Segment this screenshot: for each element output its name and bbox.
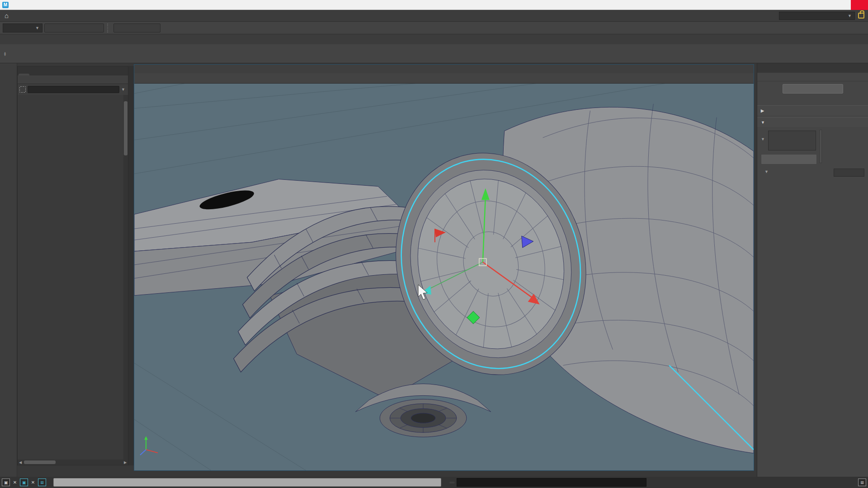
tool-box (0, 63, 17, 477)
collapse-arrow-icon: ▼ (761, 120, 765, 125)
outliner-menu-bar (18, 75, 128, 84)
minimize-button[interactable] (822, 0, 836, 10)
close-icon[interactable]: ✕ (12, 480, 18, 485)
chevron-down-icon[interactable]: ▼ (764, 169, 769, 174)
modeling-toolkit-panel: ▶ ▼ ▼ ▼ (757, 63, 868, 477)
sidebar-tabs (757, 63, 868, 73)
symmetry-field[interactable] (113, 23, 160, 33)
viewport-canvas[interactable] (134, 84, 754, 470)
close-button[interactable] (851, 0, 868, 10)
taskbar-window-icon[interactable]: ▣ (20, 479, 28, 486)
axis-orientation-dropdown[interactable] (768, 131, 816, 150)
grid-icon[interactable]: ⊞ (38, 479, 46, 486)
scroll-left-icon[interactable]: ◀ (18, 460, 23, 465)
section-move-settings[interactable]: ▼ (757, 117, 868, 127)
maximize-button[interactable] (836, 0, 851, 10)
workspace-dropdown[interactable]: ▼ (779, 12, 855, 20)
close-icon[interactable]: ✕ (30, 480, 36, 485)
multi-component-button[interactable] (783, 84, 843, 94)
chevron-down-icon: ▼ (35, 26, 39, 30)
selection-status (757, 97, 868, 103)
taskbar-window-icon[interactable]: ▣ (2, 479, 10, 486)
step-size-field[interactable] (834, 169, 864, 177)
chevron-down-icon[interactable]: ▼ (761, 137, 765, 141)
viewport-menu-bar (134, 65, 754, 73)
scene-3d (134, 84, 754, 470)
divider (820, 130, 822, 163)
workspace-lock-icon[interactable] (858, 13, 864, 19)
perspective-viewport[interactable] (134, 64, 754, 471)
grid-icon[interactable]: ⊞ (858, 479, 866, 486)
outliner-horizontal-scrollbar[interactable]: ◀ ▶ (18, 460, 128, 465)
shelf-tab-bar (0, 34, 868, 44)
panel-splitter[interactable] (128, 66, 134, 465)
chevron-down-icon[interactable]: ▼ (121, 87, 126, 92)
home-icon[interactable]: ⌂ (0, 12, 13, 19)
search-input[interactable] (28, 86, 119, 93)
viewport-icon-bar (134, 73, 754, 84)
menu-bar: ⌂ ▼ (0, 10, 868, 22)
scroll-right-icon[interactable]: ▶ (123, 460, 128, 465)
collapse-arrow-icon: ▶ (761, 108, 764, 113)
mel-label[interactable] (449, 482, 455, 483)
mel-command-input[interactable] (457, 478, 646, 487)
live-surface-field[interactable] (44, 23, 104, 33)
outliner-list (18, 95, 128, 460)
edit-pivot-button[interactable] (761, 154, 817, 164)
status-bar: ▣ ✕ ▣ ✕ ⊞ ⊞ (0, 477, 868, 488)
toolkit-menu-bar (757, 73, 868, 81)
status-line-toolbar: ▼ (0, 22, 868, 34)
filter-icon[interactable] (19, 86, 26, 93)
menu-set-dropdown[interactable]: ▼ (3, 23, 42, 33)
outliner-panel: ▼ ◀ ▶ (17, 66, 128, 465)
chevron-down-icon: ▼ (848, 14, 852, 18)
maya-app-icon: M (2, 2, 9, 8)
shelf-grip[interactable]: ▴▾ (2, 52, 8, 56)
outliner-header (18, 66, 128, 75)
section-soft-selection[interactable]: ▶ (757, 105, 868, 115)
shelf: ▴▾ (0, 44, 868, 63)
title-bar: M (0, 0, 868, 10)
outliner-vertical-scrollbar[interactable] (123, 95, 128, 460)
help-line (53, 478, 441, 487)
